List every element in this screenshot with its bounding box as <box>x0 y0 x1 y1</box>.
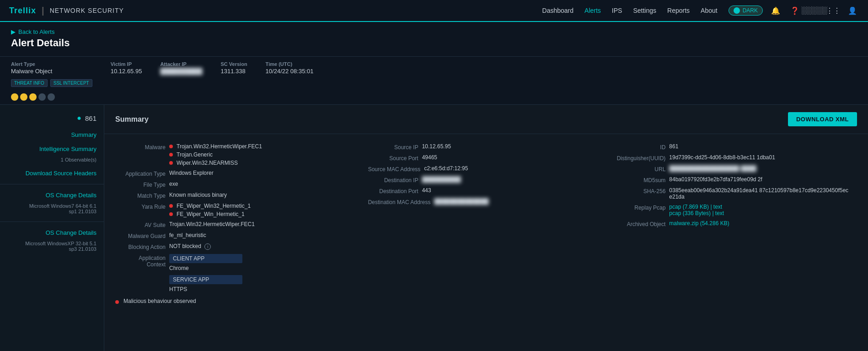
yara-rule-label: Yara Rule <box>115 203 166 210</box>
dest-mac-value: ██████████████ <box>434 198 604 205</box>
source-ip-label: Source IP <box>368 143 418 151</box>
malware-item-1: Trojan.Win32.HermeticWiper.FEC1 <box>169 143 262 150</box>
nav-icons: DARK 🔔 ❓ ░░░░░ ⋮⋮ 👤 <box>729 4 859 17</box>
attacker-ip-label: Attacker IP <box>160 61 202 67</box>
page-title: Alert Details <box>11 37 857 49</box>
sha256-value: 0385eeab00e946a302b24a91dea41 87c1210597… <box>669 187 857 200</box>
severity-dot-4 <box>38 93 46 101</box>
nav-ips[interactable]: IPS <box>612 7 622 14</box>
alert-type-label: Alert Type <box>11 61 92 67</box>
blocking-action-label: Blocking Action <box>115 243 166 250</box>
summary-right-col: ID 861 Distinguisher(UUID) 19d7399c-dd25… <box>610 143 857 304</box>
sc-version-value: 1311.338 <box>221 68 247 75</box>
archived-object-value[interactable]: malware.zip (54.286 KB) <box>669 220 857 227</box>
victim-ip-label: Victim IP <box>111 61 142 67</box>
malicious-obs-text: Malicious behaviour observed <box>123 298 196 304</box>
back-arrow-icon: ▶ <box>11 28 16 35</box>
sidebar-os1-sub: Microsoft Windows7 64-bit 6.1sp1 21.0103 <box>0 202 104 218</box>
brand-divider: | <box>42 5 44 16</box>
notification-bell-icon[interactable]: 🔔 <box>769 4 782 17</box>
sidebar-divider-2 <box>0 221 104 222</box>
replay-pcap-link-1[interactable]: pcap (7.869 KB) | text <box>669 204 722 210</box>
malware-value-3: Wiper.Win32.NEARMISS <box>177 160 262 166</box>
tag-ssl-intercept: SSL INTERCEPT <box>50 79 92 87</box>
content-header: Summary DOWNLOAD XML <box>104 105 868 134</box>
distinguisher-label: Distinguisher(UUID) <box>615 154 665 162</box>
blocking-action-value: NOT blocked i <box>169 243 357 250</box>
match-type-value: Known malicious binary <box>169 192 357 198</box>
yara-value-2: FE_Wiper_Win_Hermetic_1 <box>177 211 251 217</box>
malware-label: Malware <box>115 143 166 151</box>
sidebar-item-os-change-2[interactable]: OS Change Details <box>0 226 104 240</box>
blocking-action-row: Blocking Action NOT blocked i <box>115 243 357 250</box>
brand-logo: Trellix <box>9 6 36 16</box>
attacker-ip-value: ██████████ <box>160 68 202 75</box>
malware-guard-row: Malware Guard fe_ml_heuristic <box>115 232 357 239</box>
replay-pcap-link-2[interactable]: pcap (336 Bytes) | text <box>669 210 724 216</box>
apps-grid-icon[interactable]: ⋮⋮ <box>827 4 840 17</box>
dark-mode-toggle[interactable]: DARK <box>729 5 763 16</box>
sidebar-item-summary[interactable]: Summary <box>0 128 104 142</box>
nav-about[interactable]: About <box>701 7 718 14</box>
nav-reports[interactable]: Reports <box>667 7 690 14</box>
source-mac-row: Source MAC Address c2:e6:5d:d7:12:95 <box>368 165 605 173</box>
back-to-alerts-link[interactable]: ▶ Back to Alerts <box>11 28 857 35</box>
sc-version-label: SC Version <box>221 61 247 67</box>
help-icon[interactable]: ❓ <box>788 4 801 17</box>
match-type-row: Match Type Known malicious binary <box>115 192 357 199</box>
malicious-obs-dot <box>115 300 119 304</box>
meta-alert-type: Alert Type Malware Object THREAT INFO SS… <box>11 61 92 104</box>
nav-alerts[interactable]: Alerts <box>584 7 601 14</box>
download-xml-button[interactable]: DOWNLOAD XML <box>788 112 857 126</box>
application-context-values: CLIENT APP Chrome SERVICE APP HTTPS <box>169 254 357 292</box>
nav-settings[interactable]: Settings <box>633 7 656 14</box>
av-suite-value: Trojan.Win32.HermeticWiper.FEC1 <box>169 221 357 227</box>
malware-guard-label: Malware Guard <box>115 232 166 239</box>
summary-section-title: Summary <box>115 115 149 124</box>
brand: Trellix | NETWORK SECURITY <box>9 5 124 16</box>
dest-ip-label: Destination IP <box>368 176 418 184</box>
time-label: Time (UTC) <box>266 61 314 67</box>
alert-type-value: Malware Object <box>11 68 92 75</box>
replay-pcap-row: Replay Pcap pcap (7.869 KB) | text pcap … <box>615 204 857 216</box>
md5sum-value: 84ba0197920fd3e2b7dfa719fee09d 2f <box>669 176 857 183</box>
yara-value-1: FE_Wiper_Win32_Hermetic_1 <box>177 203 251 209</box>
sha256-row: SHA-256 0385eeab00e946a302b24a91dea41 87… <box>615 187 857 200</box>
malware-guard-value: fe_ml_heuristic <box>169 232 357 238</box>
nav-dashboard[interactable]: Dashboard <box>542 7 574 14</box>
victim-ip-value: 10.12.65.95 <box>111 68 142 75</box>
yara-item-2: FE_Wiper_Win_Hermetic_1 <box>169 211 251 217</box>
id-label: ID <box>615 143 665 151</box>
sha256-label: SHA-256 <box>615 187 665 194</box>
meta-attacker-ip: Attacker IP ██████████ <box>160 61 202 75</box>
sidebar-os2-sub: Microsoft WindowsXP 32-bit 5.1sp3 21.010… <box>0 240 104 255</box>
sidebar-item-os-change-1[interactable]: OS Change Details <box>0 188 104 202</box>
sidebar-item-download-source-headers[interactable]: Download Source Headers <box>0 166 104 180</box>
url-label: URL <box>615 165 665 173</box>
match-type-label: Match Type <box>115 192 166 199</box>
profile-icon[interactable]: 👤 <box>846 4 859 17</box>
time-value: 10/24/22 08:35:01 <box>266 68 314 75</box>
sidebar-item-intelligence-summary[interactable]: Intelligence Summary <box>0 142 104 156</box>
malware-field-row: Malware Trojan.Win32.HermeticWiper.FEC1 … <box>115 143 357 166</box>
user-menu-icon[interactable]: ░░░░░ <box>808 4 820 17</box>
summary-grid: Malware Trojan.Win32.HermeticWiper.FEC1 … <box>104 134 868 313</box>
distinguisher-value: 19d7399c-dd25-4d06-8db8-b3ec11 1dba01 <box>669 154 857 161</box>
severity-dot-3 <box>29 93 37 101</box>
av-suite-label: AV Suite <box>115 221 166 228</box>
file-type-label: File Type <box>115 181 166 188</box>
dest-port-value: 443 <box>422 187 605 194</box>
toggle-dot <box>734 7 740 14</box>
nav-links: Dashboard Alerts IPS Settings Reports Ab… <box>542 7 718 14</box>
replay-pcap-label: Replay Pcap <box>615 204 665 211</box>
source-ip-row: Source IP 10.12.65.95 <box>368 143 605 151</box>
meta-tags: THREAT INFO SSL INTERCEPT <box>11 79 92 91</box>
dark-toggle-label: DARK <box>743 7 758 14</box>
malware-value-1: Trojan.Win32.HermeticWiper.FEC1 <box>177 143 262 150</box>
dest-mac-label: Destination MAC Address <box>368 198 431 205</box>
severity-dot-2 <box>20 93 27 101</box>
dest-ip-value: ██████████ <box>422 176 605 183</box>
blocking-action-info-icon[interactable]: i <box>204 243 211 250</box>
red-dot-3 <box>169 161 173 165</box>
file-type-row: File Type exe <box>115 181 357 188</box>
